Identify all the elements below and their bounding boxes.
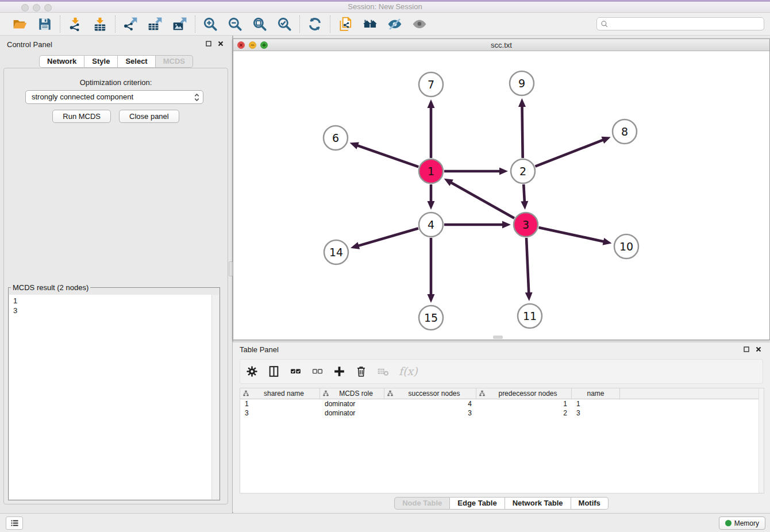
table-row[interactable]: 1dominator411	[240, 399, 764, 408]
graph-node-2[interactable]: 2	[511, 159, 535, 183]
column-header-name[interactable]: name	[572, 388, 620, 399]
save-icon[interactable]	[37, 17, 52, 32]
graph-edge-3-10[interactable]	[538, 228, 611, 245]
zoom-in-icon[interactable]	[203, 17, 218, 32]
zoom-selected-icon[interactable]	[277, 17, 292, 32]
delete-column-icon[interactable]	[355, 365, 367, 377]
open-folder-icon[interactable]	[13, 17, 28, 32]
hide-selected-icon[interactable]	[387, 17, 402, 32]
cell-shared-name[interactable]: 1	[240, 399, 320, 408]
tab-style[interactable]: Style	[84, 55, 118, 68]
new-network-from-selection-icon[interactable]	[338, 17, 353, 32]
svg-text:10: 10	[619, 240, 633, 253]
graph-node-14[interactable]: 14	[324, 240, 348, 264]
graph-node-9[interactable]: 9	[510, 71, 534, 95]
network-window-titlebar[interactable]: scc.txt	[233, 39, 769, 51]
cell-successor-nodes[interactable]: 4	[384, 399, 476, 408]
network-canvas[interactable]: 7968124314101511	[233, 51, 769, 340]
export-network-icon[interactable]	[123, 17, 138, 32]
memory-button[interactable]: Memory	[719, 516, 765, 530]
run-mcds-button[interactable]: Run MCDS	[52, 110, 111, 123]
cell-name[interactable]: 1	[572, 399, 620, 408]
show-all-icon[interactable]	[412, 17, 427, 32]
column-header-mcds-role[interactable]: MCDS role	[320, 388, 384, 399]
cell-name[interactable]: 3	[572, 408, 620, 418]
tab-mcds[interactable]: MCDS	[156, 55, 193, 68]
table-row[interactable]: 3dominator323	[240, 408, 764, 418]
graph-edge-1-2[interactable]	[444, 168, 508, 175]
graph-node-3[interactable]: 3	[514, 213, 538, 237]
search-box[interactable]	[596, 17, 764, 30]
tab-motifs[interactable]: Motifs	[571, 497, 609, 510]
graph-node-4[interactable]: 4	[419, 213, 443, 237]
column-header-successor-nodes[interactable]: successor nodes	[384, 388, 476, 399]
close-table-panel-icon[interactable]	[755, 346, 762, 353]
graph-node-11[interactable]: 11	[518, 304, 542, 328]
svg-text:3: 3	[522, 218, 529, 231]
tab-network[interactable]: Network	[39, 55, 84, 68]
graph-edge-4-14[interactable]	[351, 228, 418, 249]
export-image-icon[interactable]	[172, 17, 187, 32]
network-resize-handle[interactable]	[493, 336, 503, 339]
add-column-icon[interactable]	[333, 365, 345, 377]
graph-edge-1-7[interactable]	[428, 99, 435, 158]
tab-edge-table[interactable]: Edge Table	[450, 497, 505, 510]
tab-network-table[interactable]: Network Table	[505, 497, 571, 510]
graph-node-6[interactable]: 6	[324, 126, 348, 150]
tab-node-table[interactable]: Node Table	[394, 497, 450, 510]
column-header-shared-name[interactable]: shared name	[240, 388, 320, 399]
cell-successor-nodes[interactable]: 3	[384, 408, 476, 418]
zoom-out-icon[interactable]	[228, 17, 242, 32]
column-layout-icon[interactable]	[268, 365, 280, 377]
search-icon	[600, 20, 609, 28]
svg-text:14: 14	[329, 246, 343, 259]
graph-edge-2-3[interactable]	[521, 184, 528, 210]
cell-mcds-role[interactable]: dominator	[320, 408, 384, 418]
select-all-rows-icon[interactable]	[290, 365, 302, 377]
graph-edge-4-3[interactable]	[444, 221, 511, 229]
graph-edge-3-11[interactable]	[525, 238, 533, 301]
window-title: Session: New Session	[0, 2, 770, 11]
refresh-icon[interactable]	[307, 17, 322, 32]
tab-select[interactable]: Select	[118, 55, 155, 68]
graph-node-1[interactable]: 1	[419, 159, 443, 183]
list-icon	[10, 518, 20, 528]
close-panel-icon[interactable]	[217, 40, 224, 47]
memory-status-icon	[725, 520, 732, 526]
search-input[interactable]	[611, 20, 760, 28]
import-network-icon[interactable]	[68, 17, 83, 32]
result-scrollbar[interactable]	[211, 295, 219, 499]
cell-predecessor-nodes[interactable]: 2	[476, 408, 572, 418]
titlebar-accent-strip	[0, 0, 770, 2]
graph-edge-1-4[interactable]	[428, 184, 435, 210]
float-table-panel-icon[interactable]	[743, 346, 750, 353]
graph-node-10[interactable]: 10	[614, 234, 638, 259]
import-table-icon[interactable]	[93, 17, 107, 32]
graph-node-15[interactable]: 15	[419, 306, 443, 330]
cell-mcds-role[interactable]: dominator	[320, 399, 384, 408]
close-panel-button[interactable]: Close panel	[119, 110, 179, 123]
criterion-select[interactable]: strongly connected component	[25, 90, 203, 104]
graph-node-8[interactable]: 8	[613, 119, 637, 144]
zoom-fit-icon[interactable]	[252, 17, 267, 32]
cell-predecessor-nodes[interactable]: 1	[476, 399, 572, 408]
graph-edge-2-9[interactable]	[518, 98, 526, 158]
table-tabs: Node TableEdge TableNetwork TableMotifs	[233, 497, 770, 510]
graph-edge-4-15[interactable]	[428, 238, 435, 303]
column-header-predecessor-nodes[interactable]: predecessor nodes	[476, 388, 572, 399]
graph-edge-1-6[interactable]	[350, 142, 419, 167]
svg-text:11: 11	[523, 310, 537, 322]
task-history-button[interactable]	[6, 516, 23, 530]
deselect-all-rows-icon[interactable]	[311, 365, 324, 377]
mcds-result-text[interactable]: 1 3	[9, 295, 219, 499]
graph-node-7[interactable]: 7	[419, 72, 443, 97]
float-panel-icon[interactable]	[205, 40, 212, 47]
graph-edge-2-8[interactable]	[535, 137, 610, 167]
svg-text:8: 8	[621, 125, 628, 138]
table-scrollbar[interactable]	[759, 388, 764, 493]
first-neighbors-icon[interactable]	[363, 17, 378, 32]
cell-shared-name[interactable]: 3	[240, 408, 320, 418]
table-settings-icon[interactable]	[246, 365, 258, 377]
graph-edge-3-1[interactable]	[444, 179, 514, 218]
export-table-icon[interactable]	[148, 17, 163, 32]
